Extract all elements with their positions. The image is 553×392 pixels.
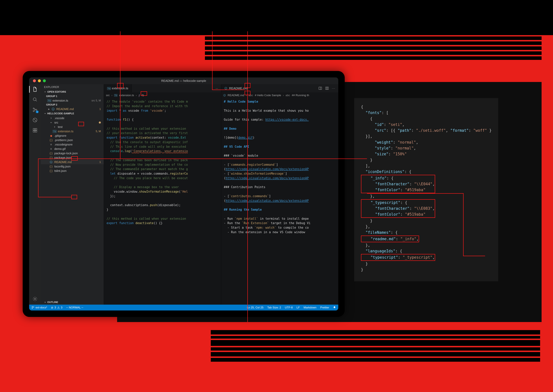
tab-extension-ts[interactable]: TS extension.ts bbox=[104, 84, 132, 92]
split-icon[interactable] bbox=[325, 86, 329, 90]
open-editors-section[interactable]: OPEN EDITORS bbox=[41, 90, 104, 94]
explorer-sidebar: EXPLORER OPEN EDITORS GROUP 1 TS extensi… bbox=[41, 84, 104, 305]
svg-rect-5 bbox=[33, 128, 35, 130]
svg-point-2 bbox=[33, 111, 34, 112]
status-tabsize[interactable]: Tab Size: 2 bbox=[267, 306, 281, 309]
titlebar: README.md — hellocode-sample bbox=[29, 77, 338, 84]
more-icon[interactable]: ··· bbox=[332, 86, 335, 90]
tree-item-src[interactable]: src bbox=[41, 120, 104, 125]
git-icon: ◆ bbox=[50, 134, 52, 137]
status-language[interactable]: Markdown bbox=[304, 306, 316, 309]
editor-group-2: README.md ··· bbox=[221, 84, 338, 305]
window-title: README.md — hellocode-sample bbox=[29, 79, 338, 83]
json-icon: { } bbox=[50, 156, 53, 159]
hl-ts-def: "_typescript": { "fontCharacter": "\\E08… bbox=[361, 199, 435, 218]
status-bar: ext-docs* ⊘3 ⚠3 -- NORMAL -- Ln 25, Col … bbox=[29, 305, 338, 310]
open-editor-readme[interactable]: ● README.md 1 bbox=[41, 107, 104, 111]
gear-icon[interactable] bbox=[32, 296, 38, 302]
tab-bar-2: README.md ··· bbox=[221, 84, 338, 92]
breadcrumb-2[interactable]: README.md › abc # Hello Code Sample › ab… bbox=[221, 92, 338, 98]
extensions-icon[interactable] bbox=[32, 127, 38, 133]
code-editor-readme[interactable]: # Hello Code Sample This is a Hello Worl… bbox=[221, 98, 338, 305]
tree-item-test[interactable]: test bbox=[41, 125, 104, 129]
hl-info-def: "_info": { "fontCharacter": "\\E044", "f… bbox=[361, 175, 435, 193]
svg-rect-13 bbox=[319, 87, 322, 90]
tab-readme[interactable]: README.md bbox=[221, 84, 251, 92]
vscode-window-shell: README.md — hellocode-sample 1 bbox=[23, 71, 345, 317]
tree-item-extension-ts[interactable]: TSextension.ts5, M bbox=[41, 129, 104, 133]
search-icon[interactable] bbox=[32, 97, 38, 103]
tree-item--gitignore[interactable]: ◆.gitignore bbox=[41, 133, 104, 138]
breadcrumb-1[interactable]: src › TS extension.ts › ⨍ f1 bbox=[104, 92, 221, 98]
svg-point-18 bbox=[32, 308, 33, 308]
tree-item-tslint-json[interactable]: { }tslint.json bbox=[41, 169, 104, 173]
decorative-strips-bottom bbox=[211, 330, 540, 363]
decorative-strips-top bbox=[205, 31, 542, 61]
status-vim-mode: -- NORMAL -- bbox=[66, 306, 83, 309]
svg-point-9 bbox=[34, 298, 36, 300]
info-icon bbox=[224, 87, 228, 90]
svg-point-17 bbox=[32, 307, 33, 307]
status-problems[interactable]: ⊘3 ⚠3 bbox=[51, 306, 62, 309]
chevron-right-icon bbox=[50, 117, 52, 119]
tree-item-tsconfig-json[interactable]: { }tsconfig.json bbox=[41, 164, 104, 169]
chevron-right-icon bbox=[54, 126, 56, 128]
svg-rect-14 bbox=[326, 87, 327, 90]
bell-icon[interactable] bbox=[333, 306, 336, 309]
svg-rect-8 bbox=[35, 130, 37, 132]
ts-icon: TS bbox=[107, 87, 111, 90]
fn-icon: ⨍ bbox=[139, 94, 140, 97]
svg-point-0 bbox=[33, 98, 36, 101]
status-cursor[interactable]: Ln 25, Col 25 bbox=[247, 306, 264, 309]
group2-label: GROUP 2 bbox=[41, 103, 104, 107]
json-icon: { } bbox=[50, 165, 53, 168]
json-icon: { } bbox=[50, 169, 53, 173]
ts-icon: TS bbox=[47, 99, 51, 102]
json-snippet-panel: { "fonts": [ { "id": "seti", "src": [{ "… bbox=[354, 98, 498, 281]
tree-item--vscode[interactable]: .vscode bbox=[41, 116, 104, 120]
svg-point-1 bbox=[33, 108, 34, 109]
tree-item-package-json[interactable]: { }package.json bbox=[41, 155, 104, 160]
scm-badge: 1 bbox=[36, 111, 39, 113]
info-icon bbox=[51, 107, 55, 111]
activity-bar: 1 bbox=[29, 84, 41, 305]
json-icon: { } bbox=[50, 152, 53, 155]
editor-area: TS extension.ts ··· src › TS extension.t… bbox=[104, 84, 338, 305]
tree-item--prettierrc-json[interactable]: { }.prettierrc.json bbox=[41, 138, 104, 142]
more-icon[interactable]: ··· bbox=[216, 86, 218, 90]
status-eol[interactable]: LF bbox=[297, 306, 300, 309]
info-icon bbox=[50, 161, 53, 163]
tab-bar-1: TS extension.ts ··· bbox=[104, 84, 221, 92]
tree-item-README-md[interactable]: README.md1 bbox=[41, 160, 104, 164]
editor-group-1: TS extension.ts ··· src › TS extension.t… bbox=[104, 84, 221, 305]
svg-rect-6 bbox=[35, 128, 37, 130]
open-editor-extension-ts[interactable]: TS extension.ts src 5, M bbox=[41, 98, 104, 103]
explorer-title: EXPLORER bbox=[41, 84, 104, 90]
tree-item-demo-gif[interactable]: ≡demo.gif bbox=[41, 147, 104, 151]
json-icon: { } bbox=[50, 139, 53, 142]
scm-icon[interactable]: 1 bbox=[32, 107, 38, 113]
group1-label: GROUP 1 bbox=[41, 94, 104, 98]
hl-readme-map: "readme.md": "_info", bbox=[361, 236, 419, 242]
chevron-down-icon bbox=[50, 121, 52, 124]
svg-rect-15 bbox=[327, 87, 329, 90]
tree-item-package-lock-json[interactable]: { }package-lock.json bbox=[41, 151, 104, 155]
info-icon bbox=[223, 94, 226, 97]
open-preview-icon[interactable] bbox=[318, 86, 322, 90]
tree-item--vscodeignore[interactable]: ≡.vscodeignore bbox=[41, 142, 104, 147]
status-encoding[interactable]: UTF-8 bbox=[285, 306, 293, 309]
code-editor-extension-ts[interactable]: // The module 'vscode' contains the VS C… bbox=[104, 98, 221, 305]
file-icon: ≡ bbox=[50, 143, 52, 146]
folder-section[interactable]: HELLOCODE-SAMPLE bbox=[41, 111, 104, 116]
status-branch[interactable]: ext-docs* bbox=[31, 306, 47, 309]
hl-ts-map: "typescript": "_typescript", bbox=[361, 254, 435, 261]
svg-point-19 bbox=[33, 307, 34, 307]
debug-no-icon[interactable] bbox=[32, 117, 38, 123]
status-formatter[interactable]: Prettier bbox=[320, 306, 329, 309]
files-icon[interactable] bbox=[32, 86, 38, 92]
file-icon: ≡ bbox=[50, 147, 52, 151]
outline-section[interactable]: OUTLINE bbox=[41, 300, 104, 305]
vscode-window: README.md — hellocode-sample 1 bbox=[29, 77, 338, 310]
svg-point-3 bbox=[36, 109, 37, 110]
ts-icon: TS bbox=[53, 130, 56, 133]
